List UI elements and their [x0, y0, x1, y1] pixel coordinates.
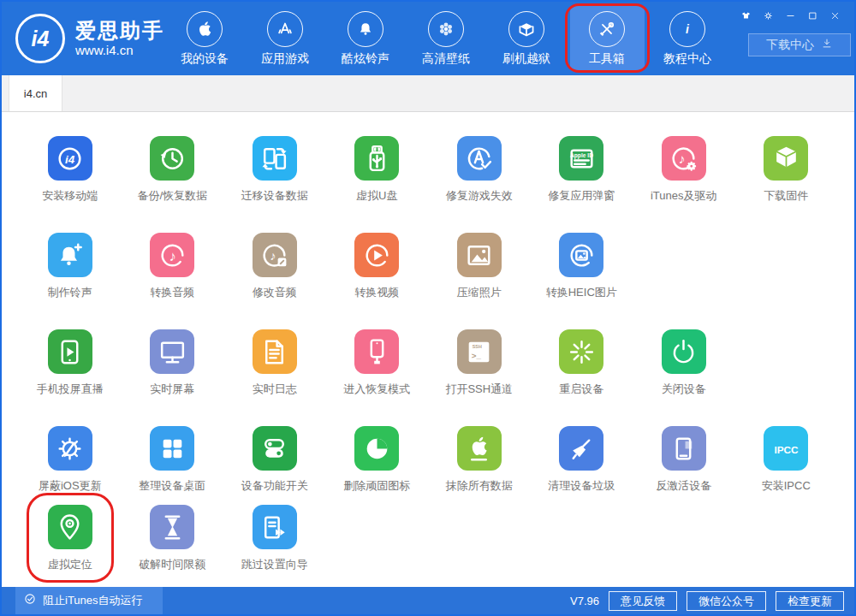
svg-text:Apple ID: Apple ID	[570, 151, 593, 158]
tool-label: 抹除所有数据	[446, 478, 513, 494]
tool-edit-audio[interactable]: ♪修改音频	[223, 233, 326, 300]
tool-realtime-log[interactable]: 实时日志	[223, 329, 326, 397]
tool-crack-time-limit[interactable]: 破解时间限额	[122, 505, 224, 572]
tool-itunes-driver[interactable]: ♪iTunes及驱动	[633, 136, 735, 204]
tool-tile: SSH>_	[457, 329, 502, 374]
tab-i4cn[interactable]: i4.cn	[9, 75, 62, 111]
skip-setup-wizard-icon	[259, 512, 290, 543]
organize-homescreen-icon	[157, 433, 188, 465]
tool-label: 打开SSH通道	[445, 382, 513, 397]
tool-label: 关闭设备	[662, 382, 706, 397]
tool-tile	[354, 136, 399, 181]
nav-icon-ring	[187, 11, 223, 47]
maximize-button[interactable]	[804, 8, 822, 23]
settings-button[interactable]	[759, 8, 777, 23]
tool-tile	[150, 505, 194, 549]
screen-mirror-live-icon	[54, 336, 86, 368]
nav-item-flash-jailbreak[interactable]: 刷机越狱	[490, 6, 564, 71]
tool-screen-mirror-live[interactable]: 手机投屏直播	[19, 329, 122, 397]
status-bar: 阻止iTunes自动运行 V7.96 意见反馈 微信公众号 检查更新	[2, 587, 854, 614]
tool-label: 备份/恢复数据	[137, 188, 207, 204]
tool-tile	[559, 233, 603, 277]
tool-compress-photos[interactable]: 压缩照片	[428, 233, 531, 300]
tool-backup-restore[interactable]: 备份/恢复数据	[122, 136, 224, 204]
migrate-data-icon	[259, 143, 290, 175]
tool-label: 虚拟U盘	[356, 188, 397, 204]
tool-device-switches[interactable]: 设备功能开关	[223, 426, 326, 494]
tool-tile	[457, 233, 502, 277]
tool-install-mobile[interactable]: i4安装移动端	[19, 136, 122, 204]
nav-item-apps-games[interactable]: 应用游戏	[248, 6, 323, 71]
tool-erase-all-data[interactable]: 抹除所有数据	[428, 426, 531, 494]
tool-deactivate-device[interactable]: 反激活设备	[633, 426, 735, 494]
nav-item-ringtones[interactable]: 酷炫铃声	[329, 6, 403, 71]
nav-icon-ring	[348, 11, 383, 47]
tool-label: 修复游戏失效	[446, 188, 513, 204]
convert-audio-icon: ♪	[157, 240, 188, 271]
make-ringtone-icon	[54, 240, 86, 271]
tool-tile	[150, 426, 194, 471]
svg-text:♪: ♪	[679, 151, 686, 166]
nav-item-toolbox[interactable]: 工具箱	[570, 6, 645, 71]
tool-virtual-usb[interactable]: 虚拟U盘	[326, 136, 429, 204]
wechat-official-button[interactable]: 微信公众号	[687, 591, 766, 611]
tool-skip-setup-wizard[interactable]: 跳过设置向导	[223, 505, 326, 572]
tool-label: 跳过设置向导	[241, 557, 308, 572]
nav-item-my-devices[interactable]: 我的设备	[168, 6, 242, 71]
tool-tile	[354, 329, 399, 374]
tool-reboot-device[interactable]: 重启设备	[531, 329, 633, 397]
tool-label: iTunes及驱动	[651, 188, 717, 204]
tool-label: 制作铃声	[48, 285, 92, 300]
svg-text:SSH: SSH	[473, 343, 482, 348]
nav-item-tutorials[interactable]: i教程中心	[651, 6, 725, 71]
tool-open-ssh[interactable]: SSH>_打开SSH通道	[428, 329, 531, 397]
tool-label: 进入恢复模式	[343, 382, 410, 397]
reboot-device-icon	[566, 336, 597, 368]
svg-text:♪: ♪	[270, 248, 276, 262]
tool-convert-heic[interactable]: 转换HEIC图片	[531, 233, 633, 300]
compress-photos-icon	[463, 240, 495, 271]
settings-icon	[763, 10, 774, 21]
tool-install-ipcc[interactable]: IPCC安装IPCC	[735, 426, 838, 494]
nav-item-wallpapers[interactable]: 高清壁纸	[409, 6, 484, 71]
tool-convert-audio[interactable]: ♪转换音频	[122, 233, 224, 300]
tool-remove-stubborn-icons[interactable]: 删除顽固图标	[326, 426, 429, 494]
tool-fix-games[interactable]: 修复游戏失效	[428, 136, 531, 204]
tool-enter-recovery[interactable]: 进入恢复模式	[326, 329, 429, 397]
tool-tile	[253, 426, 297, 471]
nav-item-label: 我的设备	[181, 51, 229, 67]
download-center-label: 下载中心	[766, 38, 814, 53]
tool-row: 手机投屏直播实时屏幕实时日志进入恢复模式SSH>_打开SSH通道重启设备关闭设备	[2, 329, 854, 397]
tool-label: 手机投屏直播	[37, 382, 104, 397]
tool-row: 虚拟定位破解时间限额跳过设置向导	[2, 505, 854, 572]
tool-shutdown-device[interactable]: 关闭设备	[633, 329, 735, 397]
theme-button[interactable]	[737, 8, 755, 23]
device-switches-icon	[259, 433, 290, 465]
maximize-icon	[807, 10, 818, 21]
theme-icon	[740, 10, 752, 21]
nav-icon-ring	[508, 11, 544, 47]
close-button[interactable]	[826, 8, 844, 23]
tool-realtime-screen[interactable]: 实时屏幕	[122, 329, 224, 397]
feedback-button[interactable]: 意见反馈	[609, 591, 677, 611]
tool-organize-homescreen[interactable]: 整理设备桌面	[122, 426, 224, 494]
tool-download-firmware[interactable]: 下载固件	[735, 136, 838, 204]
minimize-button[interactable]	[782, 8, 800, 23]
tool-migrate-data[interactable]: 迁移设备数据	[223, 136, 326, 204]
tool-tile: IPCC	[764, 426, 808, 471]
block-ios-update-icon	[54, 433, 86, 465]
block-itunes-checkbox[interactable]: 阻止iTunes自动运行	[15, 587, 163, 614]
tool-clean-junk[interactable]: 清理设备垃圾	[531, 426, 633, 494]
tool-fix-appid-popup[interactable]: Apple ID修复应用弹窗	[531, 136, 633, 204]
tool-virtual-location[interactable]: 虚拟定位	[19, 505, 122, 572]
clean-junk-icon	[566, 433, 597, 465]
tool-convert-video[interactable]: 转换视频	[326, 233, 429, 300]
app-logo: i4 爱思助手 www.i4.cn	[2, 2, 164, 75]
check-circle-icon	[23, 592, 37, 606]
nav-icon-ring	[428, 11, 464, 47]
nav-item-label: 刷机越狱	[502, 51, 550, 67]
tool-block-ios-update[interactable]: 屏蔽iOS更新	[19, 426, 122, 494]
download-center-button[interactable]: 下载中心	[748, 33, 851, 56]
tool-make-ringtone[interactable]: 制作铃声	[19, 233, 122, 300]
check-update-button[interactable]: 检查更新	[776, 591, 844, 611]
